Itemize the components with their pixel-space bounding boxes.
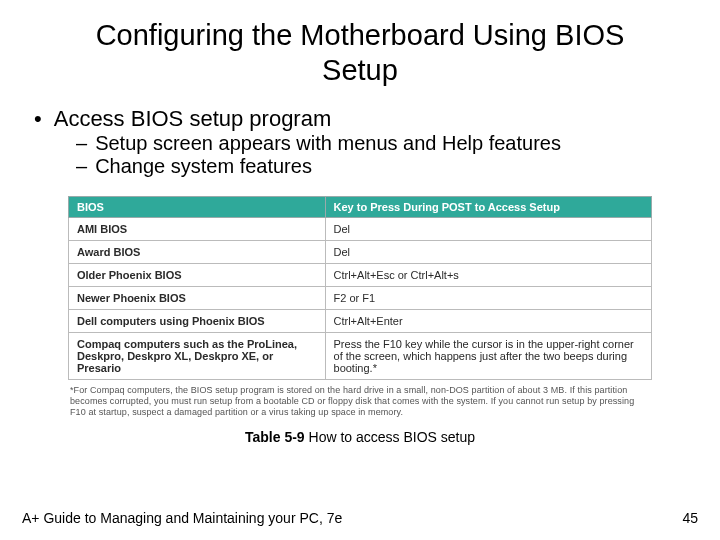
cell-bios: Older Phoenix BIOS [69,263,326,286]
table-row: Newer Phoenix BIOS F2 or F1 [69,286,652,309]
table-header-row: BIOS Key to Press During POST to Access … [69,196,652,217]
table-row: Older Phoenix BIOS Ctrl+Alt+Esc or Ctrl+… [69,263,652,286]
dash-icon: – [76,132,87,155]
bullet-level2: – Setup screen appears with menus and He… [76,132,698,155]
slide-title: Configuring the Motherboard Using BIOS S… [62,18,658,88]
cell-bios: Newer Phoenix BIOS [69,286,326,309]
bullet-text: Access BIOS setup program [54,106,332,132]
table-footnote: *For Compaq computers, the BIOS setup pr… [70,385,650,419]
bullet-level1: • Access BIOS setup program [34,106,698,132]
cell-key: Ctrl+Alt+Esc or Ctrl+Alt+s [325,263,651,286]
cell-key: F2 or F1 [325,286,651,309]
table-row: Compaq computers such as the ProLinea, D… [69,332,652,379]
page-number: 45 [682,510,698,526]
col-key: Key to Press During POST to Access Setup [325,196,651,217]
dash-icon: – [76,155,87,178]
subbullet-text: Setup screen appears with menus and Help… [95,132,561,155]
cell-key: Ctrl+Alt+Enter [325,309,651,332]
table-caption: Table 5-9 How to access BIOS setup [22,429,698,445]
bullet-level2: – Change system features [76,155,698,178]
col-bios: BIOS [69,196,326,217]
table-row: Dell computers using Phoenix BIOS Ctrl+A… [69,309,652,332]
cell-bios: AMI BIOS [69,217,326,240]
cell-bios: Compaq computers such as the ProLinea, D… [69,332,326,379]
table-row: AMI BIOS Del [69,217,652,240]
bullet-dot-icon: • [34,106,42,132]
footer-source: A+ Guide to Managing and Maintaining you… [22,510,342,526]
slide-footer: A+ Guide to Managing and Maintaining you… [0,510,720,526]
cell-key: Del [325,240,651,263]
cell-bios: Award BIOS [69,240,326,263]
cell-key: Del [325,217,651,240]
caption-label: Table 5-9 [245,429,305,445]
caption-text: How to access BIOS setup [305,429,475,445]
table-row: Award BIOS Del [69,240,652,263]
cell-bios: Dell computers using Phoenix BIOS [69,309,326,332]
subbullet-text: Change system features [95,155,312,178]
bios-table-container: BIOS Key to Press During POST to Access … [68,196,652,380]
cell-key: Press the F10 key while the cursor is in… [325,332,651,379]
bullet-list: • Access BIOS setup program – Setup scre… [34,106,698,178]
bios-access-table: BIOS Key to Press During POST to Access … [68,196,652,380]
